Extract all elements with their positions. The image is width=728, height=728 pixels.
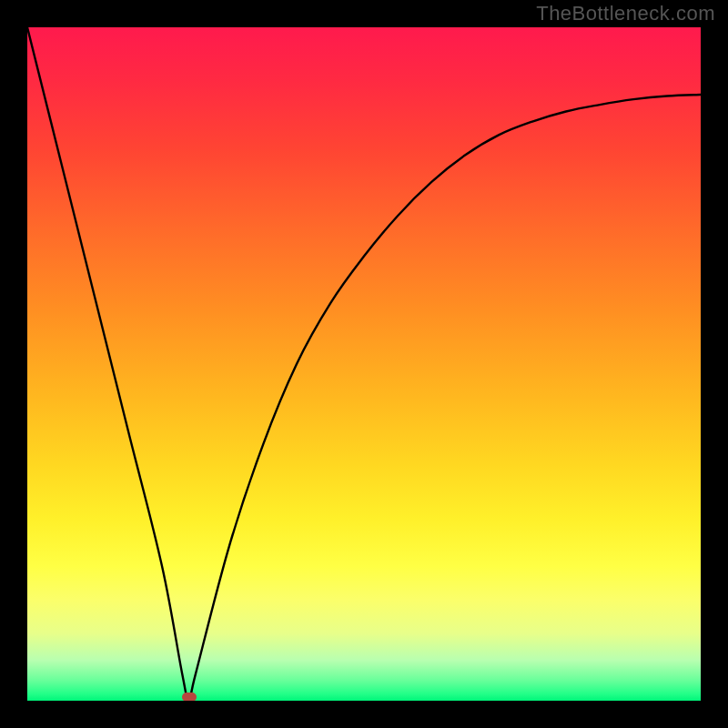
watermark-label: TheBottleneck.com	[536, 2, 715, 25]
plot-area	[27, 27, 701, 701]
bottleneck-curve	[27, 27, 701, 701]
minimum-marker	[182, 693, 197, 701]
chart-frame: TheBottleneck.com	[0, 0, 728, 728]
